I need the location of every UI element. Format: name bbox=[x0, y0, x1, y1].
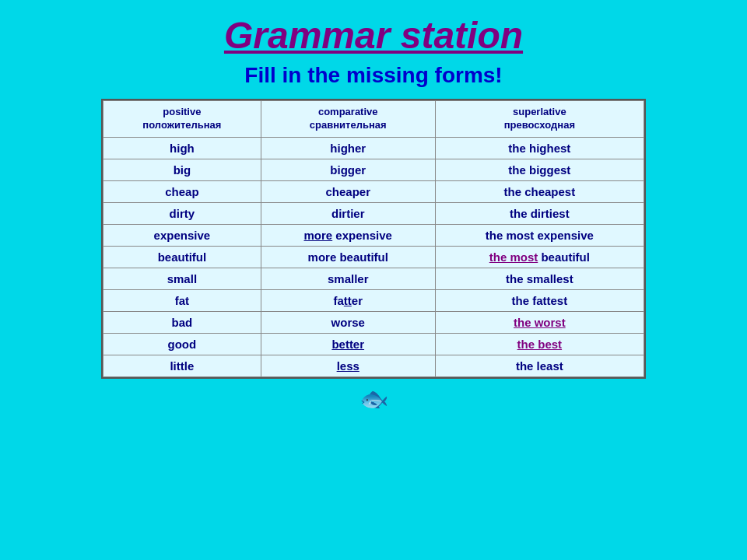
cell-comparative: better bbox=[261, 333, 435, 355]
cell-positive: fat bbox=[103, 289, 261, 311]
cell-superlative: the most expensive bbox=[435, 224, 644, 246]
cell-superlative: the cheapest bbox=[435, 180, 644, 202]
fish-icon: 🐟 bbox=[359, 385, 388, 412]
cell-positive: little bbox=[103, 355, 261, 376]
grammar-table: positiveположительная comparativeсравнит… bbox=[103, 100, 644, 377]
table-row: highhigherthe highest bbox=[103, 137, 644, 159]
cell-positive: high bbox=[103, 137, 261, 159]
cell-positive: bad bbox=[103, 311, 261, 333]
cell-positive: cheap bbox=[103, 180, 261, 202]
cell-comparative: less bbox=[261, 355, 435, 376]
cell-superlative: the smallest bbox=[435, 268, 644, 289]
cell-superlative: the most beautiful bbox=[435, 246, 644, 268]
table-row: dirtydirtierthe dirtiest bbox=[103, 202, 644, 224]
table-row: beautifulmore beautifulthe most beautifu… bbox=[103, 246, 644, 268]
cell-positive: big bbox=[103, 159, 261, 180]
cell-positive: expensive bbox=[103, 224, 261, 246]
page-title: Grammar station bbox=[224, 14, 523, 57]
header-positive: positiveположительная bbox=[103, 101, 261, 138]
cell-comparative: cheaper bbox=[261, 180, 435, 202]
cell-positive: dirty bbox=[103, 202, 261, 224]
header-comparative: comparativeсравнительная bbox=[261, 101, 435, 138]
cell-comparative: more expensive bbox=[261, 224, 435, 246]
cell-positive: beautiful bbox=[103, 246, 261, 268]
cell-comparative: smaller bbox=[261, 268, 435, 289]
cell-comparative: worse bbox=[261, 311, 435, 333]
cell-positive: small bbox=[103, 268, 261, 289]
cell-superlative: the worst bbox=[435, 311, 644, 333]
cell-comparative: higher bbox=[261, 137, 435, 159]
cell-superlative: the dirtiest bbox=[435, 202, 644, 224]
cell-comparative: fatter bbox=[261, 289, 435, 311]
table-row: bigbiggerthe biggest bbox=[103, 159, 644, 180]
cell-superlative: the least bbox=[435, 355, 644, 376]
grammar-table-wrapper: positiveположительная comparativeсравнит… bbox=[101, 99, 646, 379]
cell-superlative: the fattest bbox=[435, 289, 644, 311]
table-row: goodbetterthe best bbox=[103, 333, 644, 355]
page-subtitle: Fill in the missing forms! bbox=[244, 63, 502, 88]
table-row: fatfatterthe fattest bbox=[103, 289, 644, 311]
table-row: badworsethe worst bbox=[103, 311, 644, 333]
table-row: cheapcheaperthe cheapest bbox=[103, 180, 644, 202]
table-row: littlelessthe least bbox=[103, 355, 644, 376]
table-row: smallsmallerthe smallest bbox=[103, 268, 644, 289]
cell-positive: good bbox=[103, 333, 261, 355]
table-row: expensivemore expensivethe most expensiv… bbox=[103, 224, 644, 246]
cell-comparative: bigger bbox=[261, 159, 435, 180]
cell-comparative: dirtier bbox=[261, 202, 435, 224]
cell-comparative: more beautiful bbox=[261, 246, 435, 268]
cell-superlative: the highest bbox=[435, 137, 644, 159]
cell-superlative: the best bbox=[435, 333, 644, 355]
cell-superlative: the biggest bbox=[435, 159, 644, 180]
header-superlative: superlativeпревосходная bbox=[435, 101, 644, 138]
table-header-row: positiveположительная comparativeсравнит… bbox=[103, 101, 644, 138]
